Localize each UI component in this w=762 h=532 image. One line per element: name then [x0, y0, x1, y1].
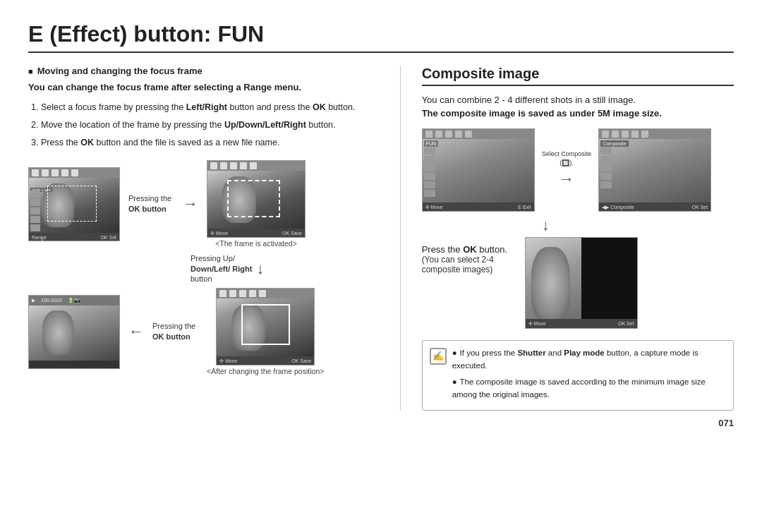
cam-final-screen: ✣ Move OK Set [525, 237, 638, 329]
step-3: Press the OK button and the file is save… [41, 136, 372, 150]
cam1-bottom-left: Range [32, 235, 47, 240]
composite-title: Composite image [422, 66, 734, 86]
note-2: The composite image is saved according t… [452, 375, 726, 401]
cam-composite-screen: Composite ◀▶ Composite OK Set [598, 128, 711, 212]
arrow-right-1: → [183, 195, 198, 213]
cam2-bottom-left: ✣ Move [210, 231, 228, 236]
step-row-1: High Light Range OK Set [28, 160, 372, 248]
steps-list: Select a focus frame by pressing the Lef… [41, 101, 372, 149]
fun-label: FUN [424, 140, 438, 147]
note-content: If you press the Shutter and Play mode b… [452, 346, 726, 404]
arrow-right-composite: → [559, 170, 574, 188]
pressing-ok-label: Pressing the OK button [128, 193, 174, 215]
left-column: Moving and changing the focus frame You … [28, 66, 372, 411]
note-box: ✍ If you press the Shutter and Play mode… [422, 340, 734, 411]
section-title: Moving and changing the focus frame [28, 66, 372, 76]
step-row-2: ▶ 100-0020 🔋📷 ← Pressing the OK button [28, 288, 372, 375]
note-icon: ✍ [430, 348, 447, 365]
step-2: Move the location of the frame by pressi… [41, 119, 372, 132]
arrow-down-composite: ↓ [542, 216, 550, 234]
cam-screen-3: ▶ 100-0020 🔋📷 [28, 295, 120, 369]
cam4-bottom-right: OK Save [291, 358, 311, 363]
press-ok-sub: (You can select 2-4 [422, 255, 514, 265]
cam2-bottom-right: OK Save [282, 231, 302, 236]
composite-sub: The composite image is saved as under 5M… [422, 108, 734, 119]
right-column: Composite image You can combine 2 - 4 di… [400, 66, 734, 411]
frame-activated-caption: <The frame is activated> [215, 239, 297, 248]
composite-label-bar: Composite [600, 140, 628, 147]
cam3-top: 100-0020 [41, 298, 62, 303]
page-title: E (Effect) button: FUN [28, 21, 734, 53]
cam1-bottom-right: OK Set [100, 235, 116, 240]
cam-screen-2: ✣ Move OK Save <The frame is activated> [207, 160, 306, 248]
cam-fun-screen: FUN ✣ Move E Exit [422, 128, 535, 212]
step-1: Select a focus frame by pressing the Lef… [41, 101, 372, 114]
cam-screen-4: ✣ Move OK Save <After changing the frame… [207, 288, 324, 375]
page-number: 071 [28, 418, 734, 428]
cam4-bottom-left: ✣ Move [219, 358, 237, 364]
press-ok-sub2: composite images) [422, 265, 514, 274]
note-1: If you press the Shutter and Play mode b… [452, 346, 726, 373]
pressing-ok-label-2: Pressing the OK button [152, 321, 198, 343]
cam-screen-1: High Light Range OK Set [28, 167, 120, 241]
arrow-down-1: ↓ [256, 260, 264, 278]
pressing-updown-label: Pressing Up/ Down/Left/ Right button [190, 253, 252, 284]
select-composite-label: Select Composite(🔲). [542, 150, 592, 167]
intro-text: You can change the focus frame after sel… [28, 82, 372, 92]
press-ok-text: Press the OK button. [422, 244, 514, 255]
arrow-left-1: ← [128, 322, 144, 341]
frame-changed-caption: <After changing the frame position> [207, 367, 324, 375]
composite-intro: You can combine 2 - 4 different shots in… [422, 95, 734, 105]
